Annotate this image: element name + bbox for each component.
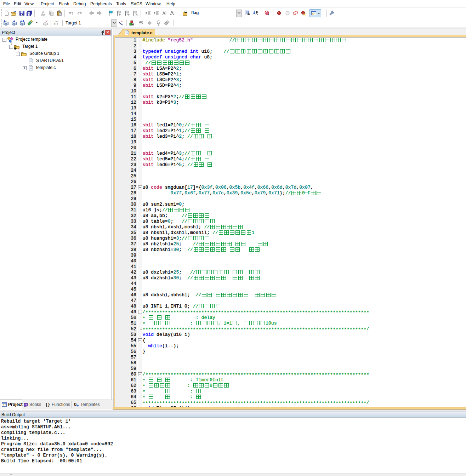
svg-text:d: d <box>266 11 268 15</box>
svg-text:?: ? <box>25 403 27 407</box>
svg-text:LOAD: LOAD <box>53 21 58 23</box>
